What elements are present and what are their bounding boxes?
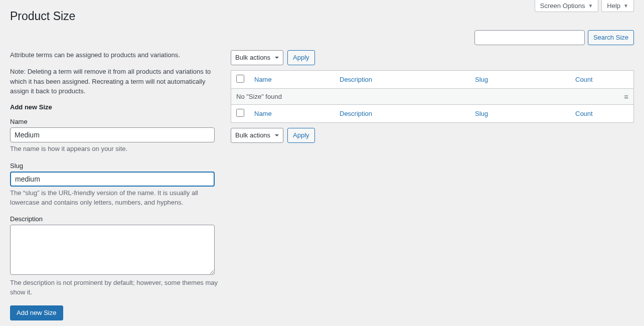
name-description: The name is how it appears on your site. [10, 144, 221, 154]
description-label: Description [10, 215, 221, 223]
help-label: Help [607, 2, 620, 10]
slug-label: Slug [10, 162, 221, 170]
name-input[interactable] [10, 127, 215, 142]
description-input[interactable] [10, 225, 215, 275]
table-empty-row: No "Size" found ≡ [231, 88, 634, 104]
apply-button-bottom[interactable]: Apply [287, 128, 315, 143]
add-new-size-button[interactable]: Add new Size [10, 305, 63, 320]
terms-table: Name Description Slug Count No "Size" fo… [231, 70, 634, 123]
column-header-description[interactable]: Description [340, 76, 372, 83]
column-footer-count[interactable]: Count [575, 110, 593, 117]
search-button[interactable]: Search Size [588, 30, 634, 45]
bulk-actions-select-top[interactable]: Bulk actions [231, 50, 283, 65]
column-footer-name[interactable]: Name [254, 110, 272, 117]
name-label: Name [10, 118, 221, 125]
description-description: The description is not prominent by defa… [10, 278, 221, 297]
help-button[interactable]: Help ▼ [601, 0, 634, 12]
triangle-down-icon: ▼ [623, 3, 628, 9]
empty-message: No "Size" found [236, 93, 282, 100]
select-all-checkbox-bottom[interactable] [236, 109, 244, 117]
screen-options-label: Screen Options [540, 2, 585, 10]
list-view-icon[interactable]: ≡ [624, 93, 628, 100]
bulk-actions-select-bottom[interactable]: Bulk actions [231, 128, 283, 143]
column-header-count[interactable]: Count [575, 76, 593, 83]
column-footer-description[interactable]: Description [340, 110, 372, 117]
slug-description: The “slug” is the URL-friendly version o… [10, 189, 221, 208]
screen-options-button[interactable]: Screen Options ▼ [535, 0, 599, 12]
add-new-heading: Add new Size [10, 103, 221, 111]
search-input[interactable] [474, 30, 585, 45]
select-all-checkbox-top[interactable] [236, 75, 244, 83]
slug-input[interactable] [10, 172, 215, 187]
column-footer-slug[interactable]: Slug [475, 110, 488, 117]
column-header-name[interactable]: Name [254, 76, 272, 83]
apply-button-top[interactable]: Apply [287, 50, 315, 65]
intro-text-1: Attribute terms can be assigned to produ… [10, 50, 221, 60]
intro-text-2: Note: Deleting a term will remove it fro… [10, 67, 221, 96]
column-header-slug[interactable]: Slug [475, 76, 488, 83]
triangle-down-icon: ▼ [588, 3, 593, 9]
